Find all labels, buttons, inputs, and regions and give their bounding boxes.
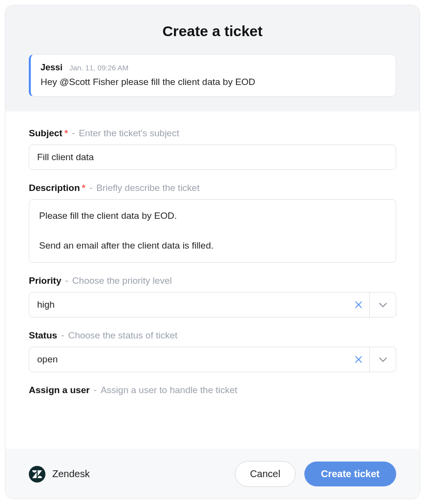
assign-field: Assign a user - Assign a user to handle … xyxy=(29,385,396,396)
ticket-form: Subject * - Enter the ticket's subject D… xyxy=(5,111,420,449)
assign-hint: Assign a user to handle the ticket xyxy=(101,385,237,396)
priority-dropdown-button[interactable] xyxy=(369,293,396,317)
priority-hint: Choose the priority level xyxy=(72,275,172,286)
cancel-button[interactable]: Cancel xyxy=(235,461,296,487)
status-dropdown-button[interactable] xyxy=(369,347,396,372)
source-message-card: Jessi Jan. 11, 09:26 AM Hey @Scott Fishe… xyxy=(29,54,396,97)
priority-label-row: Priority - Choose the priority level xyxy=(29,275,396,286)
zendesk-logo-icon xyxy=(29,466,45,483)
subject-input[interactable] xyxy=(29,145,396,170)
subject-label: Subject xyxy=(29,128,63,139)
status-value: open xyxy=(29,347,348,372)
subject-label-row: Subject * - Enter the ticket's subject xyxy=(29,128,396,139)
assign-label: Assign a user xyxy=(29,385,90,396)
message-header: Jessi Jan. 11, 09:26 AM xyxy=(41,63,386,73)
modal-title: Create a ticket xyxy=(29,23,396,40)
close-icon xyxy=(355,301,362,308)
priority-field: Priority - Choose the priority level hig… xyxy=(29,275,396,317)
priority-value: high xyxy=(29,293,348,317)
subject-field: Subject * - Enter the ticket's subject xyxy=(29,128,396,170)
description-hint: Briefly describe the ticket xyxy=(96,183,199,193)
priority-select[interactable]: high xyxy=(29,292,396,317)
chevron-down-icon xyxy=(379,357,387,362)
required-indicator: * xyxy=(64,128,68,139)
priority-label: Priority xyxy=(29,275,62,286)
create-ticket-button[interactable]: Create ticket xyxy=(304,462,396,486)
close-icon xyxy=(355,356,362,363)
integration-brand: Zendesk xyxy=(29,466,226,483)
modal-footer: Zendesk Cancel Create ticket xyxy=(5,449,420,499)
modal-header: Create a ticket Jessi Jan. 11, 09:26 AM … xyxy=(5,5,420,111)
assign-label-row: Assign a user - Assign a user to handle … xyxy=(29,385,396,396)
integration-brand-name: Zendesk xyxy=(52,468,90,480)
status-hint: Choose the status of ticket xyxy=(68,330,177,341)
required-indicator: * xyxy=(82,183,85,193)
status-field: Status - Choose the status of ticket ope… xyxy=(29,330,396,372)
message-timestamp: Jan. 11, 09:26 AM xyxy=(69,63,128,72)
status-select[interactable]: open xyxy=(29,347,396,372)
chevron-down-icon xyxy=(379,302,387,308)
message-author: Jessi xyxy=(41,63,63,73)
description-field: Description * - Briefly describe the tic… xyxy=(29,183,396,263)
status-label-row: Status - Choose the status of ticket xyxy=(29,330,396,341)
subject-hint: Enter the ticket's subject xyxy=(79,128,179,139)
create-ticket-modal: Create a ticket Jessi Jan. 11, 09:26 AM … xyxy=(5,5,420,499)
status-label: Status xyxy=(29,330,57,341)
status-clear-button[interactable] xyxy=(348,347,369,372)
description-input[interactable]: Please fill the client data by EOD. Send… xyxy=(29,199,396,263)
description-label-row: Description * - Briefly describe the tic… xyxy=(29,183,396,193)
message-body: Hey @Scott Fisher please fill the client… xyxy=(41,77,386,87)
description-label: Description xyxy=(29,183,80,193)
priority-clear-button[interactable] xyxy=(348,293,369,317)
